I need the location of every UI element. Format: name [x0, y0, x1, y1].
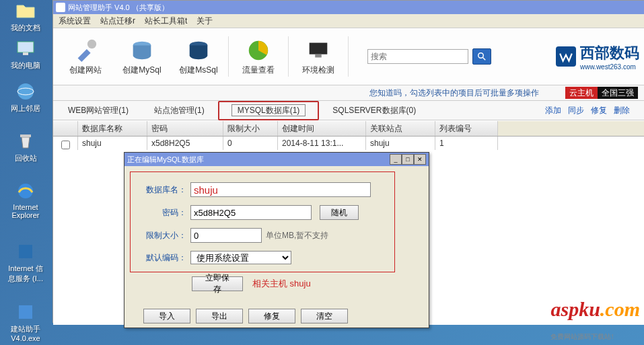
- search-input[interactable]: [367, 49, 468, 64]
- wm-sub: 免费网站源码下载站!: [550, 333, 613, 340]
- col-idx[interactable]: 列表编号: [435, 121, 498, 136]
- trash-icon: [15, 130, 36, 152]
- tab-mysql-label: MYSQL数据库(1): [231, 104, 306, 116]
- desktop-icon-label: Internet Explorer: [12, 203, 40, 219]
- col-site[interactable]: 关联站点: [366, 121, 435, 136]
- repair-button[interactable]: 修复: [248, 309, 295, 323]
- col-pwd[interactable]: 密码: [147, 121, 223, 136]
- edit-mysql-dialog: 正在编辑MySQL数据库 _ □ ✕ 数据库名： 密码： 随机 限制大小： 单位…: [124, 152, 429, 328]
- import-button[interactable]: 导入: [143, 309, 190, 323]
- menubar: 系统设置 站点迁移r 站长工具箱t 关于: [53, 14, 644, 28]
- toolbar-label: 创建网站: [69, 65, 102, 76]
- menu-tools[interactable]: 站长工具箱t: [145, 15, 187, 27]
- svg-rect-0: [17, 42, 34, 52]
- enc-label: 默认编码：: [141, 252, 186, 264]
- enc-select[interactable]: 使用系统设置: [190, 251, 291, 264]
- infobar: 您知道吗，勾选列表中的项目后可批量多项操作 云主机 全国三强: [53, 85, 644, 101]
- svg-rect-6: [19, 245, 32, 258]
- main-titlebar[interactable]: 网站管理助手 V4.0 （共享版）: [53, 1, 644, 14]
- network-icon: [15, 81, 36, 102]
- action-repair[interactable]: 修复: [591, 105, 607, 116]
- pwd-input[interactable]: [190, 205, 312, 220]
- wm-tld: .com: [600, 298, 640, 320]
- wrench-icon: [73, 38, 98, 63]
- brand[interactable]: 西部数码 www.west263.com: [556, 43, 639, 71]
- tab-pool[interactable]: 站点池管理(1): [142, 102, 217, 119]
- action-delete[interactable]: 删除: [614, 105, 630, 116]
- toolbar: 创建网站 创建MySql 创建MsSql 流量查看 环境检测: [53, 28, 644, 85]
- db-name-label: 数据库名：: [141, 184, 186, 196]
- close-button[interactable]: ✕: [414, 154, 426, 165]
- col-db-name[interactable]: 数据库名称: [78, 121, 147, 136]
- col-limit[interactable]: 限制大小: [223, 121, 278, 136]
- svg-rect-4: [20, 135, 31, 137]
- toolbar-label: 流量查看: [242, 65, 275, 76]
- tabbar: WEB网站管理(1) 站点池管理(1) MYSQL数据库(1) SQLSERVE…: [53, 101, 644, 120]
- toolbar-create-mssql-button[interactable]: 创建MsSql: [172, 32, 225, 81]
- desktop-icon-network[interactable]: 网上邻居: [5, 81, 46, 114]
- limit-label: 限制大小：: [141, 230, 186, 241]
- cell-limit: 0: [223, 137, 278, 150]
- search-button[interactable]: [472, 48, 491, 65]
- table-row[interactable]: shuju x5d8H2Q5 0 2014-8-11 13:1... shuju…: [53, 137, 644, 150]
- svg-line-15: [483, 58, 486, 61]
- dialog-titlebar[interactable]: 正在编辑MySQL数据库 _ □ ✕: [124, 153, 429, 166]
- desktop-icon-recycle[interactable]: 回收站: [5, 130, 46, 163]
- mysql-icon: [129, 38, 155, 63]
- cell-time: 2014-8-11 13:1...: [278, 137, 366, 150]
- toolbar-label: 环境检测: [302, 65, 334, 76]
- col-time[interactable]: 创建时间: [278, 121, 366, 136]
- maximize-button[interactable]: □: [402, 154, 414, 165]
- desktop-icon-label: 网上邻居: [11, 104, 40, 112]
- desktop-icon-label: 回收站: [15, 154, 37, 162]
- menu-migrate[interactable]: 站点迁移r: [100, 15, 135, 27]
- save-button[interactable]: 立即保存: [192, 276, 243, 291]
- hint-text: 您知道吗，勾选列表中的项目后可批量多项操作: [369, 87, 539, 99]
- svg-rect-1: [23, 52, 28, 55]
- cell-pwd: x5d8H2Q5: [147, 137, 223, 150]
- app-icon: [15, 301, 36, 323]
- app-icon: [56, 3, 65, 12]
- toolbar-env-button[interactable]: 环境检测: [291, 32, 345, 81]
- svg-rect-12: [310, 42, 328, 54]
- brand-logo-icon: [556, 46, 576, 67]
- toolbar-create-mysql-button[interactable]: 创建MySql: [115, 32, 169, 81]
- row-checkbox[interactable]: [61, 141, 70, 149]
- toolbar-create-site-button[interactable]: 创建网站: [59, 32, 112, 81]
- svg-rect-7: [19, 305, 32, 319]
- menu-about[interactable]: 关于: [196, 15, 213, 27]
- related-host: 相关主机 shuju: [252, 278, 311, 290]
- desktop-icon-label: 我的文档: [11, 24, 40, 32]
- export-button[interactable]: 导出: [196, 309, 243, 323]
- pwd-label: 密码：: [141, 207, 186, 219]
- db-name-input[interactable]: [190, 182, 371, 197]
- piechart-icon: [246, 38, 271, 63]
- window-title: 网站管理助手 V4.0 （共享版）: [68, 3, 169, 13]
- watermark: aspku.com 免费网站源码下载站!: [550, 298, 640, 344]
- tab-mysql[interactable]: MYSQL数据库(1): [218, 101, 320, 120]
- mssql-icon: [186, 38, 211, 63]
- tab-web[interactable]: WEB网站管理(1): [56, 102, 141, 119]
- desktop-icon-documents[interactable]: 我的文档: [5, 0, 46, 33]
- toolbar-traffic-button[interactable]: 流量查看: [231, 32, 285, 81]
- promo-a: 云主机: [565, 87, 598, 99]
- cell-name: shuju: [78, 137, 147, 150]
- iis-icon: [15, 241, 36, 262]
- action-sync[interactable]: 同步: [568, 105, 584, 116]
- limit-input[interactable]: [190, 228, 262, 243]
- desktop-icon-iis[interactable]: Internet 信息服务 (I...: [5, 241, 46, 284]
- menu-system[interactable]: 系统设置: [59, 15, 91, 27]
- tab-actions: 添加 同步 修复 删除: [545, 105, 642, 116]
- desktop-icon-computer[interactable]: 我的电脑: [5, 38, 46, 71]
- random-button[interactable]: 随机: [320, 205, 359, 220]
- clear-button[interactable]: 清空: [301, 309, 348, 323]
- minimize-button[interactable]: _: [390, 154, 402, 165]
- promo-badge[interactable]: 云主机 全国三强: [565, 87, 638, 99]
- search-icon: [478, 52, 486, 61]
- tab-sqlserver[interactable]: SQLSERVER数据库(0): [320, 102, 428, 119]
- desktop-icon-ie[interactable]: Internet Explorer: [5, 180, 46, 219]
- dialog-title: 正在编辑MySQL数据库: [127, 155, 204, 165]
- svg-point-2: [17, 83, 34, 100]
- desktop-icon-app[interactable]: 建站助手 V4.0.exe: [5, 301, 46, 342]
- action-add[interactable]: 添加: [545, 105, 561, 116]
